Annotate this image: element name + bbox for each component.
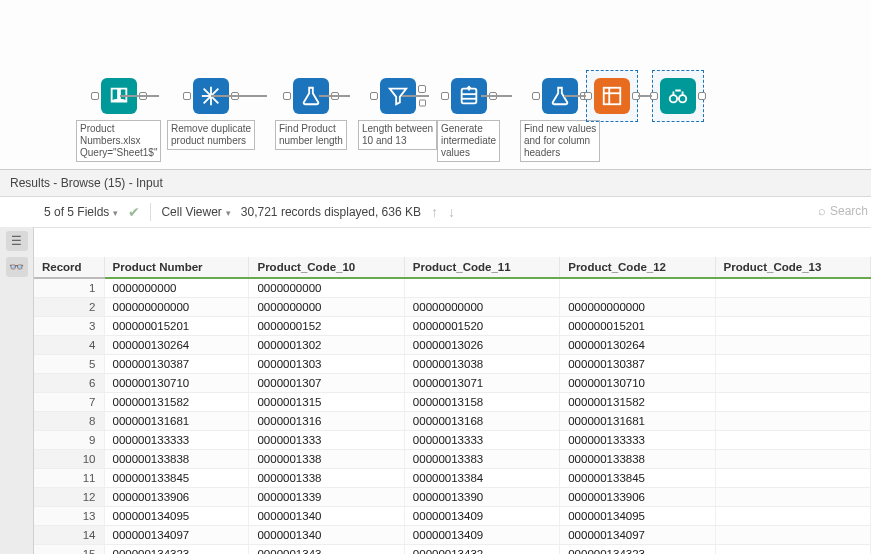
data-cell[interactable]: 00000001520 <box>404 317 559 336</box>
data-cell[interactable]: 000000130264 <box>560 336 715 355</box>
data-cell[interactable]: 00000013383 <box>404 450 559 469</box>
data-cell[interactable]: 000000133906 <box>104 488 249 507</box>
data-cell[interactable]: 000000130264 <box>104 336 249 355</box>
node-generate[interactable]: Generateintermediatevalues <box>437 78 500 162</box>
record-number-cell[interactable]: 15 <box>34 545 104 555</box>
fields-dropdown[interactable]: 5 of 5 Fields <box>44 205 118 219</box>
record-number-cell[interactable]: 7 <box>34 393 104 412</box>
data-cell[interactable]: 00000013071 <box>404 374 559 393</box>
data-cell[interactable]: 0000000000 <box>249 278 404 298</box>
table-row[interactable]: 100000000000000000000 <box>34 278 871 298</box>
column-header[interactable]: Product_Code_12 <box>560 257 715 278</box>
data-cell[interactable]: 0000001316 <box>249 412 404 431</box>
column-header[interactable]: Product_Code_13 <box>715 257 870 278</box>
data-cell[interactable] <box>715 336 870 355</box>
data-cell[interactable]: 00000013158 <box>404 393 559 412</box>
table-row[interactable]: 6000000130710000000130700000013071000000… <box>34 374 871 393</box>
data-cell[interactable] <box>715 526 870 545</box>
data-cell[interactable]: 000000133838 <box>560 450 715 469</box>
data-cell[interactable]: 0000000152 <box>249 317 404 336</box>
data-cell[interactable]: 000000000000 <box>104 298 249 317</box>
data-cell[interactable]: 00000013333 <box>404 431 559 450</box>
data-cell[interactable] <box>404 278 559 298</box>
data-cell[interactable] <box>715 450 870 469</box>
data-cell[interactable]: 000000015201 <box>104 317 249 336</box>
data-cell[interactable]: 0000001338 <box>249 450 404 469</box>
record-number-cell[interactable]: 12 <box>34 488 104 507</box>
data-cell[interactable]: 000000134323 <box>104 545 249 555</box>
cell-viewer-dropdown[interactable]: Cell Viewer <box>161 205 230 219</box>
column-header[interactable]: Product_Code_10 <box>249 257 404 278</box>
table-row[interactable]: 1100000013384500000013380000001338400000… <box>34 469 871 488</box>
data-cell[interactable]: 000000131681 <box>560 412 715 431</box>
record-number-cell[interactable]: 11 <box>34 469 104 488</box>
data-cell[interactable]: 000000134097 <box>104 526 249 545</box>
results-table-wrap[interactable]: RecordProduct NumberProduct_Code_10Produ… <box>34 257 871 554</box>
data-cell[interactable] <box>715 355 870 374</box>
node-unique[interactable]: Remove duplicateproduct numbers <box>167 78 255 150</box>
data-cell[interactable]: 00000000000 <box>404 298 559 317</box>
record-number-cell[interactable]: 9 <box>34 431 104 450</box>
data-cell[interactable]: 000000133333 <box>560 431 715 450</box>
table-row[interactable]: 8000000131681000000131600000013168000000… <box>34 412 871 431</box>
node-browse[interactable] <box>660 78 696 114</box>
record-number-cell[interactable]: 4 <box>34 336 104 355</box>
column-header[interactable]: Record <box>34 257 104 278</box>
data-cell[interactable]: 00000013432 <box>404 545 559 555</box>
data-cell[interactable]: 0000001302 <box>249 336 404 355</box>
data-cell[interactable]: 00000013038 <box>404 355 559 374</box>
column-header[interactable]: Product_Code_11 <box>404 257 559 278</box>
search-box[interactable]: ⌕ Search <box>818 203 868 218</box>
table-row[interactable]: 2000000000000000000000000000000000000000… <box>34 298 871 317</box>
table-row[interactable]: 1200000013390600000013390000001339000000… <box>34 488 871 507</box>
data-cell[interactable] <box>715 278 870 298</box>
node-filter[interactable]: Length between10 and 13 <box>358 78 437 150</box>
node-input[interactable]: ProductNumbers.xlsxQuery="Sheet1$" <box>76 78 161 162</box>
data-cell[interactable]: 000000133845 <box>104 469 249 488</box>
data-cell[interactable] <box>715 431 870 450</box>
data-cell[interactable]: 000000130710 <box>104 374 249 393</box>
table-row[interactable]: 3000000015201000000015200000001520000000… <box>34 317 871 336</box>
layout-toggle-button[interactable]: ☰ <box>6 231 28 251</box>
apply-check-icon[interactable]: ✔ <box>128 204 140 220</box>
data-cell[interactable]: 000000133333 <box>104 431 249 450</box>
data-cell[interactable]: 000000130387 <box>560 355 715 374</box>
table-row[interactable]: 1300000013409500000013400000001340900000… <box>34 507 871 526</box>
data-cell[interactable]: 0000001307 <box>249 374 404 393</box>
data-cell[interactable] <box>715 374 870 393</box>
record-number-cell[interactable]: 1 <box>34 278 104 298</box>
data-cell[interactable]: 000000015201 <box>560 317 715 336</box>
data-cell[interactable]: 0000001343 <box>249 545 404 555</box>
node-formula1[interactable]: Find Productnumber length <box>275 78 347 150</box>
table-row[interactable]: 9000000133333000000133300000013333000000… <box>34 431 871 450</box>
data-cell[interactable] <box>715 298 870 317</box>
data-cell[interactable]: 00000013026 <box>404 336 559 355</box>
page-down-icon[interactable]: ↓ <box>448 204 455 220</box>
data-cell[interactable]: 0000001315 <box>249 393 404 412</box>
table-row[interactable]: 7000000131582000000131500000013158000000… <box>34 393 871 412</box>
data-cell[interactable] <box>715 393 870 412</box>
data-cell[interactable]: 0000001340 <box>249 507 404 526</box>
data-cell[interactable] <box>715 412 870 431</box>
data-cell[interactable]: 00000013384 <box>404 469 559 488</box>
table-row[interactable]: 1500000013432300000013430000001343200000… <box>34 545 871 555</box>
data-cell[interactable]: 000000133845 <box>560 469 715 488</box>
data-cell[interactable]: 000000130710 <box>560 374 715 393</box>
table-row[interactable]: 5000000130387000000130300000013038000000… <box>34 355 871 374</box>
data-cell[interactable]: 000000134095 <box>104 507 249 526</box>
data-cell[interactable] <box>560 278 715 298</box>
data-cell[interactable]: 000000134095 <box>560 507 715 526</box>
data-cell[interactable]: 000000000000 <box>560 298 715 317</box>
record-number-cell[interactable]: 13 <box>34 507 104 526</box>
metadata-toggle-button[interactable]: 👓 <box>6 257 28 277</box>
record-number-cell[interactable]: 6 <box>34 374 104 393</box>
data-cell[interactable] <box>715 469 870 488</box>
data-cell[interactable]: 000000131681 <box>104 412 249 431</box>
record-number-cell[interactable]: 2 <box>34 298 104 317</box>
data-cell[interactable] <box>715 317 870 336</box>
data-cell[interactable]: 00000013168 <box>404 412 559 431</box>
data-cell[interactable]: 000000131582 <box>560 393 715 412</box>
data-cell[interactable]: 0000000000 <box>104 278 249 298</box>
data-cell[interactable]: 0000001340 <box>249 526 404 545</box>
data-cell[interactable]: 000000130387 <box>104 355 249 374</box>
